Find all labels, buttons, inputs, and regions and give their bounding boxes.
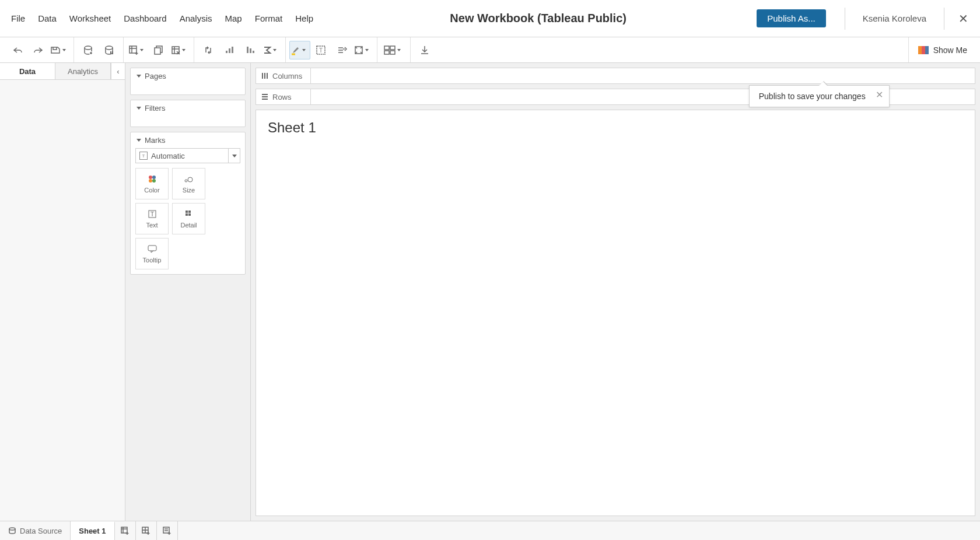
svg-point-26 bbox=[9, 528, 15, 530]
sort-desc-button[interactable] bbox=[240, 41, 261, 59]
svg-rect-24 bbox=[188, 213, 191, 216]
svg-point-2 bbox=[106, 46, 113, 50]
svg-rect-27 bbox=[121, 527, 127, 533]
color-icon bbox=[147, 174, 158, 184]
pause-auto-updates-button[interactable] bbox=[99, 41, 120, 59]
workbook-title: New Workbook (Tableau Public) bbox=[320, 12, 757, 25]
columns-icon bbox=[261, 72, 269, 80]
format-button[interactable] bbox=[331, 41, 352, 59]
svg-point-15 bbox=[149, 179, 152, 183]
show-labels-button[interactable]: T bbox=[310, 41, 331, 59]
totals-button[interactable] bbox=[261, 41, 282, 59]
toolbar: T Publish to save your changes ✕ Show Me bbox=[0, 37, 980, 63]
svg-rect-12 bbox=[390, 51, 395, 54]
svg-rect-10 bbox=[390, 46, 395, 50]
show-me-label: Show Me bbox=[933, 45, 967, 55]
data-source-icon bbox=[8, 527, 16, 535]
new-dashboard-tab[interactable] bbox=[136, 521, 157, 540]
menu-file[interactable]: File bbox=[5, 9, 32, 28]
separator bbox=[944, 8, 944, 30]
show-me-button[interactable]: Show Me bbox=[909, 45, 977, 55]
menu-analysis[interactable]: Analysis bbox=[173, 9, 219, 28]
filters-label: Filters bbox=[145, 104, 165, 113]
redo-button[interactable] bbox=[28, 41, 49, 59]
swap-button[interactable] bbox=[198, 41, 219, 59]
main-area: Data Analytics ‹ Pages Filters Marks T A… bbox=[0, 63, 980, 521]
mark-detail-label: Detail bbox=[180, 222, 197, 229]
canvas-area: Columns Rows Sheet 1 bbox=[251, 63, 980, 521]
data-pane-body bbox=[0, 80, 125, 521]
mark-type-value: Automatic bbox=[151, 152, 185, 160]
pages-card[interactable]: Pages bbox=[130, 68, 246, 95]
tab-data[interactable]: Data bbox=[0, 63, 55, 79]
rows-icon bbox=[261, 93, 269, 101]
svg-point-18 bbox=[188, 177, 192, 182]
svg-rect-21 bbox=[186, 211, 188, 213]
menu-help[interactable]: Help bbox=[289, 9, 320, 28]
svg-text:T: T bbox=[150, 211, 153, 218]
svg-rect-11 bbox=[384, 51, 389, 54]
mark-color-button[interactable]: Color bbox=[135, 168, 169, 199]
publish-as-button[interactable]: Publish As... bbox=[757, 9, 826, 27]
sort-asc-button[interactable] bbox=[219, 41, 240, 59]
filters-card[interactable]: Filters bbox=[130, 100, 246, 127]
chevron-down-icon bbox=[136, 139, 141, 142]
show-hide-cards-button[interactable] bbox=[381, 41, 407, 59]
svg-rect-23 bbox=[186, 213, 188, 216]
mark-text-label: Text bbox=[146, 222, 158, 229]
new-worksheet-tab[interactable] bbox=[115, 521, 136, 540]
data-source-tab[interactable]: Data Source bbox=[0, 521, 71, 540]
sheet-title[interactable]: Sheet 1 bbox=[268, 120, 963, 136]
menu-dashboard[interactable]: Dashboard bbox=[117, 9, 173, 28]
save-button[interactable] bbox=[49, 41, 70, 59]
pages-label: Pages bbox=[145, 72, 166, 80]
highlight-button[interactable] bbox=[289, 41, 310, 59]
columns-shelf-label: Columns bbox=[256, 68, 310, 84]
tab-analytics[interactable]: Analytics bbox=[55, 63, 111, 79]
menu-data[interactable]: Data bbox=[32, 9, 63, 28]
collapse-pane-icon[interactable]: ‹ bbox=[111, 63, 125, 79]
user-menu[interactable]: Ksenia Koroleva bbox=[852, 13, 937, 23]
chevron-down-icon bbox=[136, 107, 141, 110]
dropdown-icon bbox=[228, 149, 240, 163]
close-icon[interactable]: ✕ bbox=[951, 12, 975, 26]
svg-point-13 bbox=[149, 176, 152, 179]
svg-rect-25 bbox=[148, 246, 156, 251]
svg-rect-29 bbox=[163, 527, 169, 533]
duplicate-button[interactable] bbox=[148, 41, 169, 59]
menu-format[interactable]: Format bbox=[249, 9, 289, 28]
show-me-icon bbox=[918, 46, 929, 54]
undo-button[interactable] bbox=[7, 41, 28, 59]
mark-tooltip-label: Tooltip bbox=[143, 257, 162, 264]
mark-size-button[interactable]: Size bbox=[172, 168, 205, 199]
svg-point-14 bbox=[152, 176, 156, 179]
menu-worksheet[interactable]: Worksheet bbox=[63, 9, 117, 28]
svg-rect-22 bbox=[188, 211, 191, 213]
menu-map[interactable]: Map bbox=[219, 9, 249, 28]
mark-text-button[interactable]: T Text bbox=[135, 203, 169, 234]
marks-label: Marks bbox=[145, 136, 165, 145]
close-tooltip-icon[interactable]: ✕ bbox=[876, 89, 883, 100]
mark-type-select[interactable]: T Automatic bbox=[135, 148, 240, 163]
new-story-tab[interactable] bbox=[157, 521, 178, 540]
data-pane: Data Analytics ‹ bbox=[0, 63, 125, 521]
clear-button[interactable] bbox=[169, 41, 190, 59]
mark-detail-button[interactable]: Detail bbox=[172, 203, 205, 234]
automatic-mark-icon: T bbox=[139, 152, 148, 160]
sheet-1-tab[interactable]: Sheet 1 bbox=[71, 521, 114, 540]
sheet-canvas[interactable]: Sheet 1 bbox=[256, 110, 975, 516]
fit-button[interactable] bbox=[352, 41, 373, 59]
data-source-label: Data Source bbox=[20, 527, 62, 535]
svg-rect-3 bbox=[130, 46, 136, 53]
columns-shelf[interactable] bbox=[310, 68, 975, 84]
detail-icon bbox=[184, 209, 194, 219]
size-icon bbox=[184, 174, 194, 184]
svg-point-17 bbox=[185, 180, 187, 182]
sheet-tabs-bar: Data Source Sheet 1 bbox=[0, 521, 980, 540]
download-button[interactable] bbox=[414, 41, 435, 59]
new-data-source-button[interactable] bbox=[78, 41, 99, 59]
menubar: File Data Worksheet Dashboard Analysis M… bbox=[0, 0, 980, 37]
chevron-down-icon bbox=[136, 75, 141, 78]
new-worksheet-button[interactable] bbox=[127, 41, 148, 59]
mark-tooltip-button[interactable]: Tooltip bbox=[135, 238, 169, 269]
